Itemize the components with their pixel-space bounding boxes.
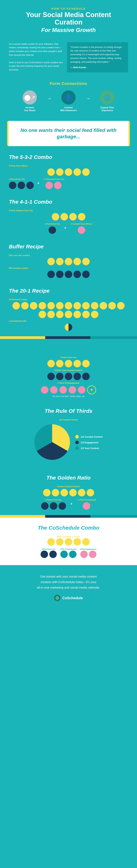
dot-dark-3 <box>26 182 34 189</box>
gr-y6 <box>87 489 94 496</box>
logo-area: CoSchedule <box>14 595 123 601</box>
combo-411-row2-label: 1 Part From You <box>45 223 60 225</box>
r201-y15 <box>47 311 55 318</box>
divider-2 <box>0 515 137 518</box>
coschedule-combo-title: The CoSchedule Combo <box>9 525 128 531</box>
quote-text: "Content curation is the process of sort… <box>70 45 125 64</box>
coschedule-logo-svg <box>56 596 59 600</box>
cos-t1 <box>60 551 68 558</box>
intro-section: As a social media curator for your follo… <box>0 39 137 76</box>
buf-d3 <box>65 271 72 278</box>
connections-row: ⬤↗ IncreaseYour Reach → 👤 ConnectWith In… <box>7 90 130 112</box>
c555-y4 <box>74 360 81 367</box>
buf-y3 <box>65 258 72 265</box>
r201-y2 <box>21 302 29 309</box>
c555-y2 <box>56 360 63 367</box>
gr-y5 <box>78 489 85 496</box>
header: HOW TO SCHEDULE Your Social Media Conten… <box>0 0 137 39</box>
combo-411-row3-label: 1 Curated From Others <box>71 223 92 225</box>
c555-d5 <box>82 373 90 380</box>
legend-curated-dot <box>75 435 79 438</box>
intro-left-text2: Here is how to use CoSchedule's social c… <box>9 61 63 72</box>
arrow-2: → <box>85 96 90 101</box>
dot-dark-1 <box>9 182 17 189</box>
pie-svg <box>34 424 70 460</box>
combo-555-row3-label: 5 Parts Of Engagement <box>9 382 128 384</box>
dot-yellow-4 <box>74 168 81 176</box>
r201-y9 <box>82 302 90 309</box>
c555-p4 <box>69 386 76 394</box>
globe-icon: 🌐 <box>104 94 111 101</box>
combo-555-title: The 5-5-5+ Combo <box>9 344 128 352</box>
golden-row2-row: 3 Parts From You + + 1 Part Promotional <box>9 498 128 510</box>
r201-y14 <box>38 311 46 318</box>
combo-532-row2-dots <box>9 182 34 189</box>
connection-influencers: 👤 ConnectWith Influencers <box>53 90 84 112</box>
cos-d1 <box>40 551 48 558</box>
cos-p1 <box>80 551 88 558</box>
dot-411-p1 <box>78 226 85 234</box>
buffer-title: Buffer Recipe <box>9 244 128 250</box>
gr-y4 <box>69 489 77 496</box>
legend-yours-dot <box>75 446 79 450</box>
combo-411-row3: 1 Curated From Others <box>71 222 92 234</box>
dot-pink-2 <box>54 182 61 189</box>
cos-y1 <box>47 538 55 546</box>
plus-411: + <box>64 226 66 230</box>
buf-d5 <box>82 271 90 278</box>
combo-532-row3-label: + 2 Personal From You <box>43 178 64 180</box>
gr-y3 <box>60 489 68 496</box>
r201-y3 <box>30 302 37 309</box>
cos-row2-dots <box>40 551 57 558</box>
recipe-201-row2: 1 promotional offer <box>9 320 128 331</box>
c555-p1 <box>41 386 48 394</box>
buf-y4 <box>74 258 81 265</box>
intro-left: As a social media curator for your follo… <box>9 42 63 73</box>
section-201: The 20-1 Recipe 20 Reshared shares <box>0 283 137 336</box>
combo-555-row2-label: 5 Parts From Curated Content <box>9 369 128 371</box>
quote-attr: — Beth Kanter <box>70 66 125 69</box>
combo-411-row3-dots <box>71 226 92 234</box>
dot-yellow-5 <box>82 168 90 176</box>
r201-y12 <box>108 302 116 309</box>
cos-row2-label: 25% From You <box>42 548 55 550</box>
coschedule-bottom-row: 25% From You 25% Promotional 20% Engagem… <box>9 547 128 558</box>
c555-p3 <box>59 386 67 394</box>
golden-row3-dots <box>77 502 96 510</box>
coschedule-combo-section: The CoSchedule Combo 50% Curated Content… <box>0 518 137 565</box>
r201-y4 <box>38 302 46 309</box>
combo-532-title: The 5-3-2 Combo <box>9 154 128 160</box>
c555-y5 <box>82 360 90 367</box>
r201-y7 <box>65 302 72 309</box>
cos-y2 <box>56 538 63 546</box>
header-subtitle: For Massive Growth <box>14 27 123 33</box>
golden-title: The Golden Ratio <box>9 475 128 481</box>
golden-row2-label: 3 Parts From You <box>41 499 66 501</box>
cos-p2 <box>89 551 97 558</box>
pie-chart <box>34 424 70 461</box>
gr-d3 <box>58 502 66 510</box>
pie-container: 1/3 Curated Content 1/3 Engagement 1/3 Y… <box>9 424 128 461</box>
r201-y11 <box>100 302 107 309</box>
form-connections-title: Form Connections <box>7 81 130 86</box>
combo-555-section: The 5-5-5+ Combo 5 Parts From You 5 Part… <box>0 339 137 403</box>
gr-y1 <box>43 489 51 496</box>
arrow-1: → <box>47 96 52 101</box>
dot-411-y2 <box>60 213 68 220</box>
legend-yours: 1/3 Your Content <box>75 446 103 450</box>
legend-curated-label: 1/3 Curated Content <box>81 435 103 438</box>
r201-y18 <box>74 311 81 318</box>
dot-411-y1 <box>52 213 59 220</box>
combo-411-row1-dots <box>9 213 128 220</box>
golden-row3: + 1 Part Promotional <box>77 498 96 510</box>
r201-y6 <box>56 302 63 309</box>
dot-dark-2 <box>18 182 25 189</box>
c555-y1 <box>47 360 55 367</box>
section-buffer: Buffer Recipe 50% your own content 50% c… <box>0 239 137 283</box>
rule-thirds-title: The Rule Of Thirds <box>9 408 128 414</box>
section-411: The 4-1-1 Combo 4 Parts Original From Yo… <box>0 194 137 239</box>
dot-yellow-2 <box>56 168 63 176</box>
r201-y5 <box>47 302 55 309</box>
combo-411-row1-label: 4 Parts Original From You <box>9 210 128 212</box>
combo-411-row2-dots <box>45 226 60 234</box>
